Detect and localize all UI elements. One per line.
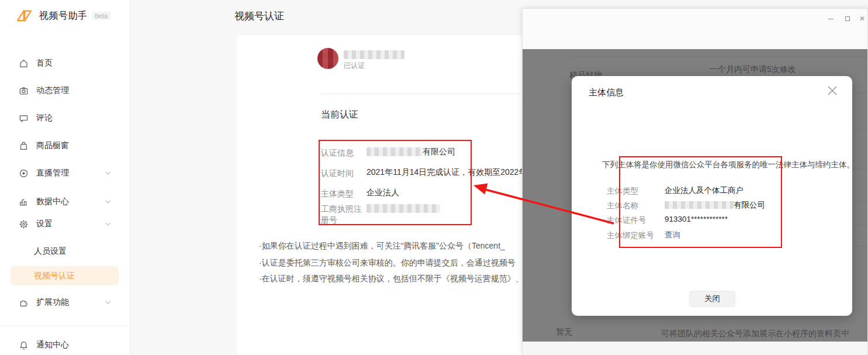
app-title: 视频号助手 [39, 10, 88, 22]
sidebar-item-channels-cert[interactable]: 视频号认证 [34, 271, 75, 281]
sidebar-item-shop-window[interactable]: 商品橱窗 [19, 140, 111, 151]
field-label: 主体类型 [321, 188, 365, 199]
bg-text-modify-limit: 一个月内可申请5次修改 [710, 64, 796, 75]
avatar [317, 48, 338, 69]
field-label: 主体名称 [607, 201, 638, 211]
field-value: 有限公司 [423, 147, 455, 157]
window-bottom-strip [523, 342, 867, 355]
sidebar-item-home[interactable]: 首页 [19, 58, 111, 68]
field-label: 工商执照注册号 [321, 204, 365, 226]
field-label: 主体绑定账号 [607, 230, 654, 241]
sidebar-divider [0, 326, 130, 326]
chevron-down-icon [105, 222, 111, 226]
home-icon [19, 58, 29, 68]
field-label: 主体证件号 [607, 215, 646, 226]
account-name-redacted [344, 50, 404, 59]
field-value: 企业法人及个体工商户 [665, 185, 743, 196]
note-line: ·如果你在认证过程中遇到困难，可关注“腾讯客服”公众号（Tencent_ [259, 241, 505, 251]
note-line: ·认证是委托第三方审核公司来审核的。你的申请提交后，会通过视频号 [259, 258, 516, 268]
query-link[interactable]: 查询 [665, 230, 680, 240]
camera-icon [19, 86, 29, 96]
dialog-description: 下列主体将是你使用微信公众平台各项服务的唯一法律主体与缔约主体。 [602, 160, 855, 170]
gear-icon [19, 219, 29, 229]
sidebar-item-data-center[interactable]: 数据中心 [19, 197, 111, 207]
sidebar-item-settings[interactable]: 设置 [19, 219, 111, 229]
bell-icon [19, 340, 29, 350]
field-value: 913301************ [665, 215, 728, 223]
live-icon [19, 168, 29, 178]
page-title: 视频号认证 [234, 9, 284, 23]
bg-text-none: 暂无 [556, 327, 572, 337]
puzzle-icon [19, 298, 29, 308]
maximize-icon[interactable] [843, 15, 852, 23]
bg-text-mini-program: 可将团队的相关公众号添加展示在小程序的资料页中 [661, 329, 849, 339]
sidebar-item-live[interactable]: 直播管理 [19, 168, 111, 178]
data-chart-icon [19, 197, 29, 207]
bag-icon [19, 141, 29, 151]
section-title: 当前认证 [321, 109, 358, 121]
subject-name-redacted [665, 201, 734, 209]
sidebar-item-notifications[interactable]: 通知中心 [19, 340, 111, 350]
subject-info-dialog: 主体信息 下列主体将是你使用微信公众平台各项服务的唯一法律主体与缔约主体。 主体… [572, 76, 852, 316]
license-number-redacted [366, 204, 440, 213]
beta-badge: beta [92, 12, 110, 20]
sidebar-item-staff-settings[interactable]: 人员设置 [34, 246, 67, 257]
close-button[interactable]: 关闭 [689, 291, 735, 307]
field-label: 认证时间 [321, 168, 365, 179]
minimize-icon[interactable] [826, 15, 835, 23]
field-value: 企业法人 [366, 188, 399, 198]
cert-info-redacted [366, 147, 423, 156]
app-logo: 视频号助手 beta [15, 8, 110, 23]
sidebar: 视频号助手 beta 首页 动态管理 评论 商品橱窗 直播管理 数据中心 设置 … [0, 0, 130, 355]
close-icon[interactable]: ✕ [858, 15, 866, 23]
chevron-down-icon [105, 200, 111, 204]
comment-icon [19, 113, 29, 123]
certification-card: 已认证 当前认证 认证信息 有限公司 认证时间 2021年11月14日完成认证，… [237, 35, 538, 355]
field-label: 认证信息 [321, 147, 365, 158]
sidebar-item-extensions[interactable]: 扩展功能 [19, 297, 111, 308]
field-value: 有限公司 [734, 200, 765, 211]
dialog-close-icon[interactable] [826, 85, 838, 96]
channels-logo-icon [15, 8, 33, 23]
chevron-down-icon [105, 171, 111, 175]
sidebar-item-moments[interactable]: 动态管理 [19, 85, 111, 96]
note-line: ·在认证时，须遵守视频号相关协议，包括但不限于《视频号运营规范》、 [259, 274, 524, 284]
dialog-title: 主体信息 [589, 87, 624, 98]
sidebar-item-comments[interactable]: 评论 [19, 113, 111, 123]
card-divider [321, 94, 538, 94]
window-titlebar[interactable]: ✕ [523, 9, 867, 49]
chevron-down-icon [105, 301, 111, 304]
field-label: 主体类型 [607, 186, 638, 197]
status-badge: 已认证 [344, 61, 365, 71]
